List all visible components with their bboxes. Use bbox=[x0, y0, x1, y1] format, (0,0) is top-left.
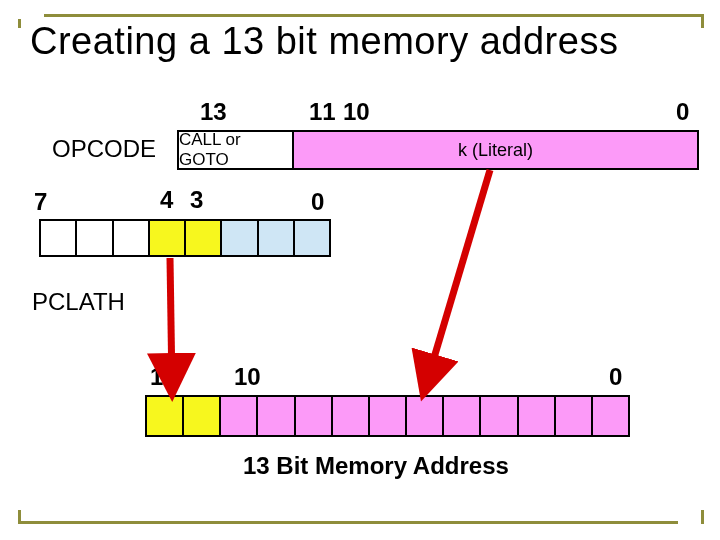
addr-bit-literal bbox=[296, 397, 333, 435]
addr-bitnum-0: 0 bbox=[609, 363, 622, 391]
instr-bitnum-split-lo: 10 bbox=[343, 98, 370, 126]
addr-bit-literal bbox=[556, 397, 593, 435]
addr-bit-literal bbox=[333, 397, 370, 435]
addr-bit-literal bbox=[444, 397, 481, 435]
page-title: Creating a 13 bit memory address bbox=[30, 20, 618, 63]
addr-bit-literal bbox=[593, 397, 628, 435]
addr-bit-literal bbox=[481, 397, 518, 435]
instr-opcode-field: CALL or GOTO bbox=[179, 132, 294, 168]
addr-bit-page bbox=[184, 397, 221, 435]
addr-bitnum-12: 12 bbox=[150, 363, 177, 391]
pclath-bit bbox=[259, 221, 295, 255]
pclath-bit bbox=[222, 221, 258, 255]
addr-bitnum-10: 10 bbox=[234, 363, 261, 391]
pclath-bitnum-3: 3 bbox=[190, 186, 203, 214]
pclath-bit bbox=[41, 221, 77, 255]
pclath-bit bbox=[295, 221, 329, 255]
addr-bit-literal bbox=[258, 397, 295, 435]
pclath-bitnum-4: 4 bbox=[160, 186, 173, 214]
pclath-label: PCLATH bbox=[32, 288, 125, 316]
pclath-register bbox=[39, 219, 331, 257]
pclath-bit-page bbox=[186, 221, 222, 255]
pclath-bitnum-0: 0 bbox=[311, 188, 324, 216]
memory-address bbox=[145, 395, 630, 437]
pclath-bitnum-7: 7 bbox=[34, 188, 47, 216]
addr-bit-page bbox=[147, 397, 184, 435]
addr-bit-literal bbox=[221, 397, 258, 435]
addr-bit-literal bbox=[407, 397, 444, 435]
instr-literal-field: k (Literal) bbox=[294, 132, 697, 168]
instruction-word: CALL or GOTO k (Literal) bbox=[177, 130, 699, 170]
pclath-bit bbox=[114, 221, 150, 255]
opcode-label: OPCODE bbox=[52, 135, 156, 163]
svg-line-2 bbox=[425, 170, 490, 388]
addr-bit-literal bbox=[519, 397, 556, 435]
instr-bitnum-split-hi: 11 bbox=[309, 98, 336, 126]
pclath-bit bbox=[77, 221, 113, 255]
result-caption: 13 Bit Memory Address bbox=[243, 452, 509, 480]
addr-bit-literal bbox=[370, 397, 407, 435]
pclath-bit-page bbox=[150, 221, 186, 255]
instr-bitnum-lo: 0 bbox=[676, 98, 689, 126]
instr-bitnum-hi: 13 bbox=[200, 98, 227, 126]
